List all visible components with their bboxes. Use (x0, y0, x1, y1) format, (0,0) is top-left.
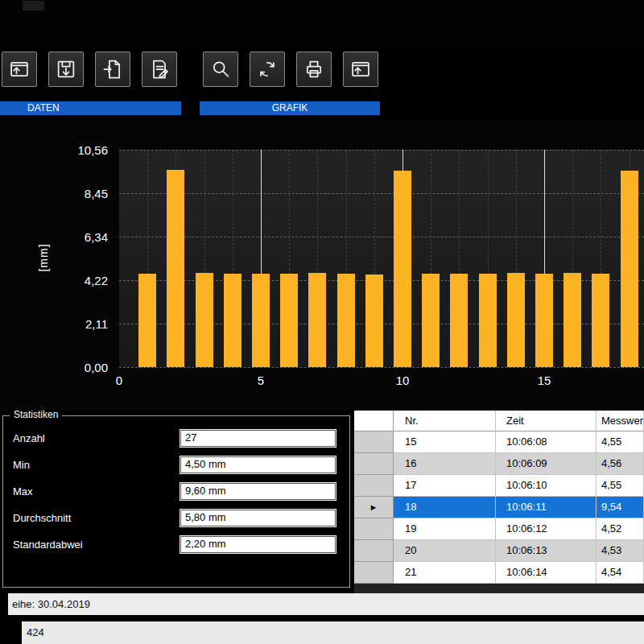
stat-label: Min (13, 459, 30, 471)
export-graphic-button[interactable] (343, 52, 378, 87)
measurement-bar (252, 274, 270, 367)
stat-row: Max9,60 mm (13, 481, 336, 501)
cell-messwert[interactable]: 4,56 (597, 453, 644, 475)
stat-label: Durchschnitt (13, 512, 71, 524)
bottombar: 424 (0, 621, 644, 644)
magnifier-icon (209, 58, 232, 80)
titlebar (0, 0, 644, 46)
row-selector[interactable] (354, 562, 394, 584)
cell-zeit[interactable]: 10:06:10 (496, 475, 597, 497)
column-header-nr[interactable]: Nr. (394, 411, 496, 431)
table-row[interactable]: 1510:06:084,55 (354, 431, 644, 453)
column-header-messwert[interactable]: Messwert (597, 411, 644, 431)
cell-zeit[interactable]: 10:06:09 (496, 453, 597, 475)
printer-icon (303, 58, 325, 80)
stat-value-input[interactable]: 2,20 mm (180, 535, 336, 554)
y-tick-label: 6,34 (85, 229, 108, 243)
x-tick-label: 15 (538, 374, 551, 387)
stat-value-input[interactable]: 27 (180, 429, 336, 448)
stat-row: Anzahl27 (13, 428, 336, 448)
row-selector[interactable] (354, 540, 394, 562)
table-row[interactable]: 1710:06:104,55 (354, 475, 644, 497)
cell-zeit[interactable]: 10:06:12 (496, 518, 597, 540)
statistics-panel-title: Statistiken (10, 409, 62, 420)
stat-value-input[interactable]: 4,50 mm (180, 456, 336, 474)
y-tick-label: 2,11 (85, 317, 108, 331)
statusbar-left-clip (0, 593, 8, 615)
frame-up-icon (349, 58, 372, 80)
row-selector-header (354, 411, 394, 431)
group-label-grafik: GRAFIK (200, 101, 380, 115)
x-tick-label: 5 (258, 374, 264, 387)
y-axis-ticks: 10,568,456,344,222,110,00 (68, 150, 113, 367)
measurement-bar (592, 274, 609, 367)
table-row[interactable]: 1910:06:124,52 (354, 518, 644, 540)
table-row[interactable]: 1610:06:094,56 (354, 453, 644, 475)
cell-messwert[interactable]: 4,55 (597, 475, 644, 497)
print-button[interactable] (296, 52, 332, 87)
row-selector[interactable]: ► (354, 497, 394, 518)
refresh-button[interactable] (250, 52, 285, 87)
statistics-panel: Statistiken Anzahl27Min4,50 mmMax9,60 mm… (2, 415, 350, 588)
cell-messwert[interactable]: 4,55 (597, 431, 644, 453)
measurement-bar (535, 274, 553, 367)
cell-zeit[interactable]: 10:06:13 (496, 540, 597, 562)
cell-zeit[interactable]: 10:06:11 (496, 497, 597, 518)
table-row[interactable]: 2110:06:144,54 (354, 562, 644, 584)
cell-nr[interactable]: 21 (394, 562, 496, 584)
table-row[interactable]: ►1810:06:119,54 (354, 497, 644, 518)
row-selector[interactable] (354, 475, 394, 497)
measurement-bar (422, 274, 440, 367)
y-tick-label: 10,56 (77, 143, 108, 157)
report-button[interactable] (142, 52, 177, 87)
row-selector[interactable] (354, 453, 394, 475)
cell-messwert[interactable]: 4,52 (597, 518, 644, 540)
y-tick-label: 0,00 (85, 361, 108, 374)
stat-value-input[interactable]: 9,60 mm (180, 482, 336, 501)
measurement-bar (337, 274, 355, 367)
cell-messwert[interactable]: 9,54 (597, 497, 644, 518)
doc-edit-icon (148, 58, 171, 80)
cell-messwert[interactable]: 4,54 (597, 562, 644, 584)
cell-nr[interactable]: 20 (394, 540, 496, 562)
x-axis-ticks: 051015 (119, 374, 644, 391)
cell-zeit[interactable]: 10:06:08 (496, 431, 597, 453)
cell-nr[interactable]: 16 (394, 453, 496, 475)
cell-nr[interactable]: 15 (394, 431, 496, 453)
gridline-horizontal (119, 367, 644, 368)
table-header-row: Nr.ZeitMesswert (354, 411, 644, 431)
cell-messwert[interactable]: 4,53 (597, 540, 644, 562)
cell-nr[interactable]: 19 (394, 518, 496, 540)
zoom-button[interactable] (203, 52, 238, 87)
measurement-chart: [mm] 10,568,456,344,222,110,00 051015 (0, 121, 644, 411)
load-data-button[interactable] (2, 52, 37, 87)
gridline-horizontal (119, 150, 644, 151)
stat-row: Min4,50 mm (13, 455, 336, 474)
gridline-horizontal (119, 237, 644, 237)
cell-zeit[interactable]: 10:06:14 (496, 562, 597, 584)
stat-row: Durchschnitt5,80 mm (13, 508, 336, 527)
row-selector[interactable] (354, 518, 394, 540)
bottombar-left-clip (0, 621, 22, 644)
disk-down-icon (55, 58, 77, 80)
page-export-icon (101, 58, 124, 80)
app-window: DATEN GRAFIK [mm] 10,568,456,344,222,110… (0, 0, 644, 644)
measurement-bar (394, 171, 411, 367)
table-row[interactable]: 2010:06:134,53 (354, 540, 644, 562)
bottombar-text: 424 (27, 621, 44, 644)
gridline-horizontal (119, 193, 644, 194)
export-data-button[interactable] (95, 52, 130, 87)
frame-up-icon (8, 58, 31, 80)
measurement-bar (308, 273, 326, 367)
stat-row: Standardabwei2,20 mm (13, 535, 336, 554)
save-data-button[interactable] (48, 52, 84, 87)
cell-nr[interactable]: 17 (394, 475, 496, 497)
cell-nr[interactable]: 18 (394, 497, 496, 518)
stat-label: Anzahl (13, 432, 45, 444)
measurement-bar (450, 274, 468, 367)
row-selector[interactable] (354, 431, 394, 453)
measurement-bar (224, 274, 242, 367)
y-tick-label: 4,22 (85, 274, 108, 287)
stat-value-input[interactable]: 5,80 mm (180, 509, 336, 527)
column-header-zeit[interactable]: Zeit (496, 411, 597, 431)
